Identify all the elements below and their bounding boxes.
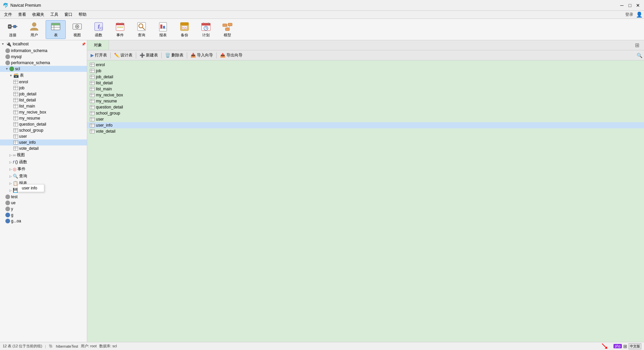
func-group-label: () 函数 bbox=[15, 159, 27, 165]
db-y[interactable]: y bbox=[0, 206, 87, 212]
db-information-schema[interactable]: information_schema bbox=[0, 48, 87, 54]
menu-view[interactable]: 查看 bbox=[15, 11, 29, 18]
db-g[interactable]: g bbox=[0, 212, 87, 218]
db-scl[interactable]: ▼ scl bbox=[0, 66, 87, 72]
toolbar-schedule-button[interactable]: 计划 bbox=[196, 20, 216, 39]
db-mysql[interactable]: mysql bbox=[0, 54, 87, 60]
view-group[interactable]: ▷ ∞ 视图 bbox=[0, 151, 87, 159]
login-label[interactable]: 登录 bbox=[625, 12, 633, 17]
svg-rect-49 bbox=[225, 28, 229, 31]
sidebar-table-enrol[interactable]: enrol bbox=[0, 79, 87, 85]
import-wizard-button[interactable]: 📥 导入向导 bbox=[189, 52, 215, 59]
sidebar-table-my-resume[interactable]: my_resume bbox=[0, 115, 87, 121]
func-group[interactable]: ▷ f () 函数 bbox=[0, 159, 87, 166]
close-button[interactable]: ✕ bbox=[635, 2, 641, 9]
content-table-list-detail-label: list_detail bbox=[96, 81, 113, 85]
table-icon-job bbox=[13, 86, 18, 90]
content-table-school-group[interactable]: school_group bbox=[87, 110, 644, 116]
status-bar-right: php ⊞ 中文版 bbox=[592, 343, 641, 350]
db-goa[interactable]: g...oa bbox=[0, 218, 87, 224]
lang-zh-button[interactable]: 中文版 bbox=[629, 343, 641, 349]
table-group-arrow: ▼ bbox=[9, 74, 12, 77]
toolbar-event-button[interactable]: 事件 bbox=[110, 20, 130, 39]
menu-favorites[interactable]: 收藏夹 bbox=[30, 11, 47, 18]
toolbar-query-button[interactable]: 查询 bbox=[131, 20, 152, 39]
toolbar-view-button[interactable]: 视图 bbox=[67, 20, 87, 39]
toolbar-user-button[interactable]: 用户 bbox=[24, 20, 44, 39]
sidebar-table-vote-detail[interactable]: vote_detail bbox=[0, 145, 87, 151]
svg-text:SQL: SQL bbox=[182, 26, 187, 29]
delete-table-button[interactable]: 🗑️ 删除表 bbox=[163, 52, 185, 59]
view-icon bbox=[72, 21, 83, 32]
func-group-arrow: ▷ bbox=[9, 161, 12, 164]
content-table-my-recive-box[interactable]: my_recive_box bbox=[87, 92, 644, 98]
db-performance-schema[interactable]: performance_schema bbox=[0, 60, 87, 66]
new-table-button[interactable]: ➕ 新建表 bbox=[138, 52, 160, 59]
sidebar-table-user[interactable]: user bbox=[0, 133, 87, 139]
toolbar-model-button[interactable]: 模型 bbox=[217, 20, 237, 39]
event-group[interactable]: ▷ ◎ 事件 bbox=[0, 166, 87, 173]
content-table-enrol[interactable]: enrol bbox=[87, 62, 644, 68]
sidebar-table-list-detail[interactable]: list_detail bbox=[0, 97, 87, 103]
svg-rect-47 bbox=[223, 24, 227, 27]
db-scl-icon bbox=[9, 67, 14, 71]
grid-icon[interactable]: ⊞ bbox=[623, 344, 627, 349]
content-table-vote-detail[interactable]: vote_detail bbox=[87, 128, 644, 134]
sidebar-table-job[interactable]: job bbox=[0, 85, 87, 91]
connection-row[interactable]: ▼ 🔌 localhost 📌 bbox=[0, 40, 87, 48]
view-group-arrow: ▷ bbox=[9, 154, 12, 157]
action-bar: ▶ 打开表 ✏️ 设计表 ➕ 新建表 🗑️ 删除表 📥 导入向导 bbox=[87, 50, 644, 60]
export-wizard-button[interactable]: 📤 导出向导 bbox=[218, 52, 245, 59]
content-table-list-detail[interactable]: list_detail bbox=[87, 80, 644, 86]
menu-help[interactable]: 帮助 bbox=[76, 11, 89, 18]
content-table-user-info[interactable]: user_info bbox=[87, 122, 644, 128]
content-table-list-main-label: list_main bbox=[96, 87, 112, 91]
content-table-list-main[interactable]: list_main bbox=[87, 86, 644, 92]
query-group-arrow: ▷ bbox=[9, 175, 12, 178]
scl-expand-arrow: ▼ bbox=[5, 67, 8, 71]
sidebar-table-my-recive-box[interactable]: my_recive_box bbox=[0, 109, 87, 115]
menu-tools[interactable]: 工具 bbox=[48, 11, 61, 18]
table-my-recive-box-label: my_recive_box bbox=[19, 110, 46, 115]
content-table-my-resume[interactable]: my_resume bbox=[87, 98, 644, 104]
minimize-button[interactable]: ─ bbox=[619, 2, 625, 9]
db-ue[interactable]: ue bbox=[0, 200, 87, 206]
content-table-job[interactable]: job bbox=[87, 68, 644, 74]
svg-rect-3 bbox=[13, 25, 16, 28]
menu-window[interactable]: 窗口 bbox=[62, 11, 75, 18]
toolbar-query-label: 查询 bbox=[138, 33, 145, 38]
table-group[interactable]: ▼ 🗃️ 表 bbox=[0, 72, 87, 79]
toolbar-connect-button[interactable]: 连接 bbox=[3, 20, 23, 39]
open-table-button[interactable]: ▶ 打开表 bbox=[89, 52, 109, 59]
svg-rect-21 bbox=[116, 23, 124, 25]
toolbar-func-button[interactable]: f (x) 函数 bbox=[89, 20, 109, 39]
tab-objects[interactable]: 对象 bbox=[87, 40, 109, 50]
svg-rect-25 bbox=[119, 27, 121, 28]
app-title: Navicat Premium bbox=[10, 3, 41, 8]
toolbar-report-button[interactable]: 报表 bbox=[153, 20, 173, 39]
content-table-question-detail[interactable]: question_detail bbox=[87, 104, 644, 110]
design-table-button[interactable]: ✏️ 设计表 bbox=[112, 52, 135, 59]
open-table-icon: ▶ bbox=[91, 53, 94, 58]
sidebar-table-list-main[interactable]: list_main bbox=[0, 103, 87, 109]
new-tab-icon[interactable]: ⊞ bbox=[633, 41, 641, 49]
sidebar-table-job-detail[interactable]: job_detail bbox=[0, 91, 87, 97]
content-table-user[interactable]: user bbox=[87, 116, 644, 122]
sidebar-table-school-group[interactable]: school_group bbox=[0, 127, 87, 133]
db-test[interactable]: test bbox=[0, 194, 87, 200]
menu-file[interactable]: 文件 bbox=[1, 11, 15, 18]
search-button[interactable]: 🔍 bbox=[636, 52, 643, 59]
toolbar-table-button[interactable]: 表 bbox=[46, 20, 66, 39]
table-job-label: job bbox=[19, 86, 24, 90]
db-perf-label: performance_schema bbox=[11, 60, 50, 65]
db-test-label: test bbox=[11, 194, 17, 199]
query-group[interactable]: ▷ 🔍 查询 bbox=[0, 173, 87, 180]
sidebar-table-question-detail[interactable]: question_detail bbox=[0, 121, 87, 127]
maximize-button[interactable]: □ bbox=[627, 2, 633, 9]
content-table-question-detail-label: question_detail bbox=[96, 105, 123, 110]
table-icon-my-resume bbox=[13, 116, 18, 120]
content-table-job-detail[interactable]: job_detail bbox=[87, 74, 644, 80]
sidebar-table-user-info[interactable]: user_info bbox=[0, 139, 87, 145]
table-user-info-label: user_info bbox=[19, 140, 36, 145]
toolbar-backup-button[interactable]: SQL 备份 bbox=[174, 20, 195, 39]
